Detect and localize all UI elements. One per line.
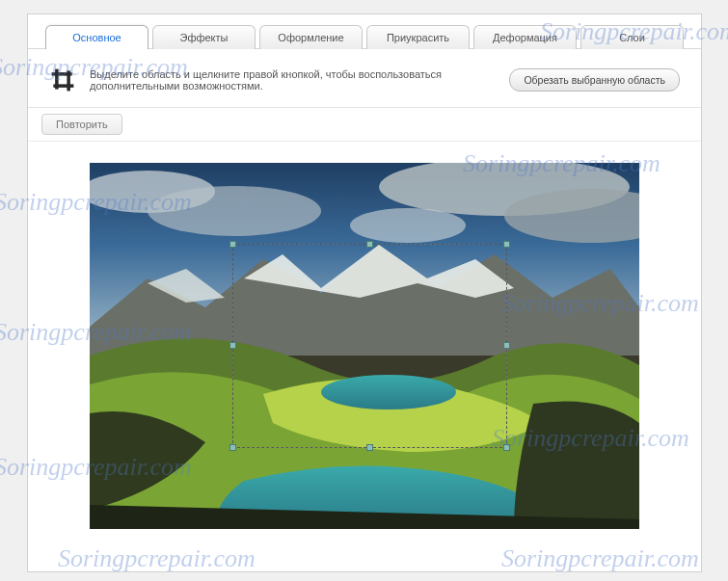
svg-point-9 bbox=[350, 208, 466, 243]
resize-handle-nw[interactable] bbox=[229, 241, 236, 248]
canvas-area bbox=[28, 142, 701, 571]
svg-point-6 bbox=[148, 186, 321, 236]
resize-handle-s[interactable] bbox=[366, 444, 373, 451]
secondary-toolbar: Повторить bbox=[28, 108, 701, 142]
resize-handle-se[interactable] bbox=[503, 444, 510, 451]
image-canvas[interactable] bbox=[90, 163, 639, 529]
crop-selection-button[interactable]: Обрезать выбранную область bbox=[509, 68, 680, 92]
resize-handle-e[interactable] bbox=[503, 342, 510, 349]
crop-icon bbox=[49, 66, 76, 93]
resize-handle-sw[interactable] bbox=[229, 444, 236, 451]
tab-bar: Основное Эффекты Оформление Приукрасить … bbox=[28, 14, 701, 49]
toolbar: Выделите область и щелкните правой кнопк… bbox=[28, 49, 701, 108]
tab-basic[interactable]: Основное bbox=[45, 25, 148, 49]
tab-beautify[interactable]: Приукрасить bbox=[366, 25, 470, 49]
resize-handle-ne[interactable] bbox=[503, 241, 510, 248]
svg-rect-3 bbox=[53, 84, 73, 88]
crop-selection[interactable] bbox=[232, 244, 507, 449]
app-frame: Основное Эффекты Оформление Приукрасить … bbox=[27, 13, 702, 572]
tab-decoration[interactable]: Оформление bbox=[259, 25, 363, 49]
tab-effects[interactable]: Эффекты bbox=[152, 25, 256, 49]
repeat-button[interactable]: Повторить bbox=[41, 114, 122, 135]
resize-handle-w[interactable] bbox=[229, 342, 236, 349]
tab-layers[interactable]: Слои bbox=[580, 25, 684, 49]
toolbar-hint: Выделите область и щелкните правой кнопк… bbox=[90, 68, 496, 92]
tab-deformation[interactable]: Деформация bbox=[473, 25, 577, 49]
svg-rect-2 bbox=[67, 70, 70, 91]
resize-handle-n[interactable] bbox=[366, 241, 373, 248]
